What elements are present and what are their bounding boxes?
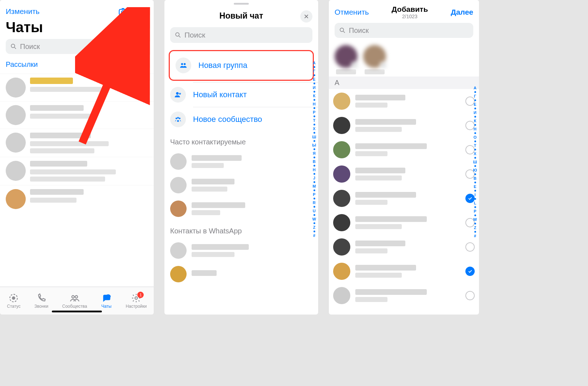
contact-pick-row[interactable] <box>329 113 479 138</box>
contact-pick-row[interactable] <box>329 211 479 235</box>
svg-point-11 <box>176 33 179 36</box>
contact-pick-row[interactable] <box>329 162 479 186</box>
chat-row[interactable] <box>0 74 154 101</box>
settings-badge: 1 <box>137 292 144 298</box>
add-contact-icon <box>170 87 186 103</box>
svg-point-18 <box>340 28 344 31</box>
tab-status[interactable]: Статус <box>7 293 20 309</box>
next-button[interactable]: Далее <box>451 8 473 16</box>
avatar <box>6 78 26 98</box>
svg-point-12 <box>181 63 183 65</box>
community-icon <box>170 112 186 127</box>
svg-point-17 <box>179 118 181 119</box>
svg-point-5 <box>13 297 15 299</box>
tab-calls[interactable]: Звонки <box>34 293 48 309</box>
selected-chip[interactable] <box>363 45 386 74</box>
section-letter: А <box>329 76 479 89</box>
contact-row[interactable] <box>164 239 318 262</box>
avatar <box>333 141 350 158</box>
highlighted-option: Новая группа <box>169 50 314 81</box>
option-new-contact[interactable]: Новый контакт <box>164 83 318 107</box>
new-group-link[interactable]: Новая группа <box>104 60 148 69</box>
broadcasts-link[interactable]: Рассылки <box>6 60 38 69</box>
sheet-title: Добавить <box>392 5 428 14</box>
contact-pick-row[interactable] <box>329 259 479 283</box>
search-input[interactable]: Поиск <box>335 23 473 38</box>
avatar <box>6 133 26 153</box>
avatar <box>333 214 350 231</box>
avatar <box>333 190 350 207</box>
screen-add-participants: Отменить Добавить 2/1023 Далее Поиск А <box>329 0 479 315</box>
group-icon <box>176 58 191 73</box>
tab-chats[interactable]: Чаты <box>101 293 112 309</box>
avatar <box>333 263 350 280</box>
home-indicator <box>52 311 102 312</box>
contact-pick-row[interactable] <box>329 138 479 162</box>
chat-row[interactable] <box>0 101 154 129</box>
avatar <box>6 189 26 209</box>
svg-point-6 <box>72 296 74 298</box>
svg-point-13 <box>184 63 186 65</box>
avatar <box>333 117 350 134</box>
svg-point-8 <box>105 294 110 298</box>
avatar <box>333 93 350 110</box>
chat-row[interactable] <box>0 157 154 185</box>
contact-row[interactable] <box>164 262 318 286</box>
svg-point-14 <box>176 92 179 95</box>
avatar <box>333 238 350 256</box>
chat-row[interactable] <box>0 185 154 213</box>
tab-communities[interactable]: Сообщества <box>62 293 87 309</box>
alpha-index[interactable]: АГЕИКНРТХШЫЯВНJMPRUWZ# <box>311 61 317 309</box>
remove-chip-icon[interactable] <box>380 61 387 69</box>
alpha-index[interactable]: АГЕИКНОТХШЮВЕІLPWZ# <box>472 86 478 309</box>
screen-new-chat: Новый чат Поиск Новая группа Новый конта… <box>164 0 318 315</box>
contact-pick-row[interactable] <box>329 283 479 308</box>
option-new-group[interactable]: Новая группа <box>170 53 313 78</box>
contact-row[interactable] <box>164 173 318 197</box>
selected-chip[interactable] <box>335 45 357 74</box>
camera-icon[interactable] <box>118 6 128 16</box>
close-button[interactable] <box>300 10 312 23</box>
search-input[interactable]: Поиск <box>170 27 312 43</box>
option-new-community[interactable]: Новое сообщество <box>164 107 318 132</box>
contact-pick-row[interactable] <box>329 235 479 259</box>
chat-row[interactable] <box>0 129 154 157</box>
section-frequent: Часто контактируемые <box>164 132 318 150</box>
svg-point-3 <box>11 44 15 48</box>
search-icon <box>339 27 346 34</box>
compose-icon[interactable] <box>138 6 148 16</box>
contact-row[interactable] <box>164 197 318 221</box>
svg-point-16 <box>177 117 179 119</box>
cancel-button[interactable]: Отменить <box>335 8 369 16</box>
remove-chip-icon[interactable] <box>351 61 359 69</box>
section-contacts: Контакты в WhatsApp <box>164 221 318 239</box>
contact-pick-row[interactable] <box>329 186 479 211</box>
contact-pick-row[interactable] <box>329 89 479 113</box>
search-icon <box>10 43 17 50</box>
svg-point-9 <box>135 297 138 299</box>
close-icon <box>303 14 309 19</box>
svg-point-15 <box>176 118 177 119</box>
tab-settings[interactable]: 1 Настройки <box>126 293 147 309</box>
search-input[interactable]: Поиск <box>6 39 136 54</box>
contact-row[interactable] <box>164 150 318 173</box>
avatar <box>6 161 26 181</box>
selection-counter: 2/1023 <box>392 14 428 19</box>
sheet-title: Новый чат <box>219 11 263 20</box>
screen-chats: Изменить Чаты Поиск Рассылки Новая групп… <box>0 0 154 315</box>
edit-button[interactable]: Изменить <box>6 7 40 16</box>
avatar <box>333 287 350 304</box>
selected-chips-row <box>329 41 479 76</box>
page-title: Чаты <box>0 19 154 39</box>
filter-icon[interactable] <box>140 43 148 50</box>
svg-point-1 <box>122 11 124 14</box>
svg-point-7 <box>75 296 78 298</box>
svg-rect-0 <box>119 9 127 15</box>
avatar <box>6 105 26 125</box>
sheet-grabber[interactable] <box>234 3 249 5</box>
search-icon <box>174 31 182 39</box>
avatar <box>333 165 350 183</box>
